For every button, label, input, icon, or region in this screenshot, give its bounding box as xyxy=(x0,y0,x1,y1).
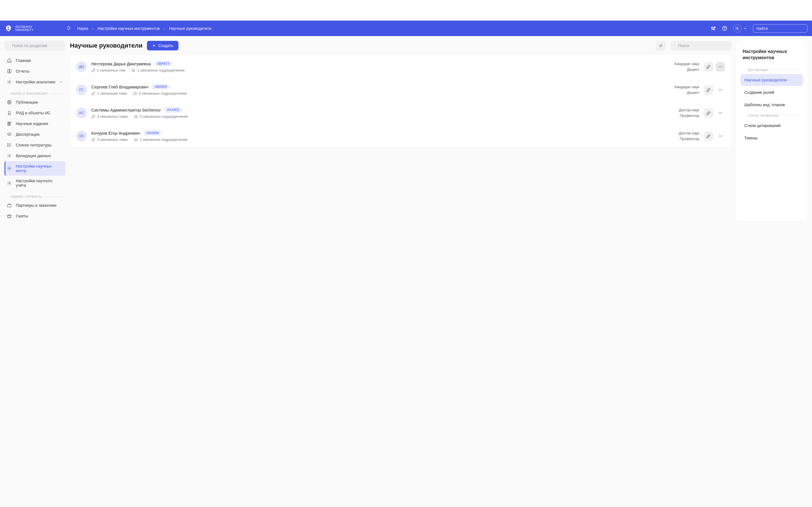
sort-icon xyxy=(659,43,663,48)
gear-icon xyxy=(7,153,12,158)
edit-button[interactable] xyxy=(704,62,713,71)
svg-point-8 xyxy=(9,81,10,83)
sidebar-search[interactable] xyxy=(4,41,65,51)
topics-meta: 3 связанных темы xyxy=(91,137,128,142)
sidebar-item[interactable]: Отчеты xyxy=(4,66,65,76)
building-icon xyxy=(134,138,138,142)
right-panel-item[interactable]: Научные руководители xyxy=(741,74,803,86)
gear-icon xyxy=(7,166,12,171)
person-degree: Доктор наук xyxy=(679,107,699,113)
sidebar-item[interactable]: Главная xyxy=(4,55,65,66)
sidebar-item[interactable]: Настройки научного учёта xyxy=(4,176,65,190)
rgroup-bibliography: Списки литературы xyxy=(741,111,803,119)
briefcase-icon xyxy=(7,203,12,208)
sidebar-item-label: Настройки научных инстр. xyxy=(16,164,63,173)
svg-point-15 xyxy=(9,168,10,169)
person-name[interactable]: Кочуров Егор Андреевич xyxy=(91,131,140,135)
more-button[interactable] xyxy=(716,62,725,71)
svg-point-14 xyxy=(9,155,10,157)
svg-point-16 xyxy=(9,182,10,184)
sidebar-item[interactable]: Настройки аналитики xyxy=(4,76,65,87)
svg-point-20 xyxy=(720,66,721,67)
graduation-icon xyxy=(7,132,12,137)
sidebar-item[interactable]: Настройки научных инстр. xyxy=(4,161,65,176)
right-panel-item[interactable]: Стили цитирований xyxy=(741,120,803,131)
sidebar-search-input[interactable] xyxy=(12,43,61,48)
person-name[interactable]: Сергеев Глеб Владимирович xyxy=(91,84,148,89)
svg-point-23 xyxy=(720,89,721,90)
more-button[interactable] xyxy=(716,131,725,141)
person-row: ДН Нестерова Дарья Дмитриевна АВА873 0 с… xyxy=(70,55,731,78)
plus-icon xyxy=(152,44,156,48)
pencil-icon xyxy=(706,88,711,92)
settings-icon[interactable] xyxy=(711,25,716,31)
user-menu[interactable] xyxy=(733,24,747,33)
sidebar-item[interactable]: Научные издания xyxy=(4,118,65,129)
building-icon xyxy=(134,115,138,119)
sidebar-item[interactable]: РИД и объекты ИС xyxy=(4,108,65,118)
svg-point-5 xyxy=(737,28,738,29)
edit-button[interactable] xyxy=(704,85,713,95)
svg-rect-17 xyxy=(7,205,11,207)
sidebar-item-label: Отчеты xyxy=(16,69,29,73)
sidebar-item[interactable]: Сметы xyxy=(4,211,65,221)
svg-point-11 xyxy=(7,144,8,144)
gear-icon xyxy=(7,180,12,186)
svg-point-10 xyxy=(8,111,10,114)
sidebar-item[interactable]: Списки литературы xyxy=(4,140,65,151)
create-label: Создать xyxy=(158,43,173,48)
dots-icon xyxy=(718,64,723,69)
dots-icon xyxy=(718,134,723,138)
chevron-down-icon xyxy=(59,80,63,84)
departments-meta: 0 связанных подразделений xyxy=(134,114,188,119)
sidebar-item-label: Главная xyxy=(16,58,31,63)
create-button[interactable]: Создать xyxy=(147,41,178,50)
sidebar-item[interactable]: Валидация данных xyxy=(4,151,65,161)
right-panel-item[interactable]: Шаблоны инд. планов xyxy=(741,99,803,111)
sidebar-item-label: Валидация данных xyxy=(16,154,51,158)
right-panel-item[interactable]: Токены xyxy=(741,132,803,144)
global-search-input[interactable] xyxy=(756,26,806,31)
person-position: Профессор xyxy=(679,113,699,119)
sidebar-item[interactable]: Партнеры и заказчики xyxy=(4,200,65,211)
person-name[interactable]: Системы Администратор Sechenov xyxy=(91,108,161,112)
books-icon xyxy=(7,121,12,126)
link-icon xyxy=(91,92,95,96)
pencil-icon xyxy=(706,111,711,115)
svg-point-26 xyxy=(720,112,721,113)
departments-meta: 3 связанных подразделения xyxy=(133,91,187,96)
sidebar-item[interactable]: Диссертации xyxy=(4,129,65,140)
person-name[interactable]: Нестерова Дарья Дмитриевна xyxy=(91,61,151,66)
app-header: SECHENOV UNIVERSITY Наука › Настройки на… xyxy=(0,20,812,36)
person-position: Профессор xyxy=(679,136,699,142)
svg-point-2 xyxy=(714,27,715,27)
help-icon[interactable] xyxy=(722,25,727,31)
right-panel-item[interactable]: Создание ролей xyxy=(741,87,803,98)
person-titles: Кандидат наук Доцент xyxy=(675,61,699,72)
breadcrumb-1[interactable]: Настройки научных инструментов xyxy=(98,26,160,31)
list-icon xyxy=(7,143,12,148)
brand-logo[interactable]: SECHENOV UNIVERSITY xyxy=(4,24,61,33)
more-button[interactable] xyxy=(716,108,725,118)
svg-point-0 xyxy=(711,27,712,28)
svg-point-12 xyxy=(7,145,8,145)
sort-button[interactable] xyxy=(656,41,666,51)
bank-icon xyxy=(7,214,12,219)
global-search[interactable] xyxy=(753,24,808,33)
sidebar-item[interactable]: Публикации xyxy=(4,97,65,108)
svg-point-19 xyxy=(719,66,719,67)
edit-button[interactable] xyxy=(704,108,713,118)
breadcrumb-0[interactable]: Наука xyxy=(77,26,88,31)
svg-point-28 xyxy=(719,135,719,136)
brand-line2: UNIVERSITY xyxy=(15,29,34,32)
award-icon xyxy=(7,110,12,115)
svg-point-25 xyxy=(719,112,719,113)
person-position: Доцент xyxy=(675,90,699,96)
pin-icon[interactable] xyxy=(66,26,71,31)
list-search-input[interactable] xyxy=(678,43,727,48)
breadcrumb-2[interactable]: Научные руководители xyxy=(169,26,211,31)
edit-button[interactable] xyxy=(704,131,713,141)
more-button[interactable] xyxy=(716,85,725,95)
person-titles: Кандидат наук Доцент xyxy=(675,84,699,95)
list-search[interactable] xyxy=(670,41,731,50)
